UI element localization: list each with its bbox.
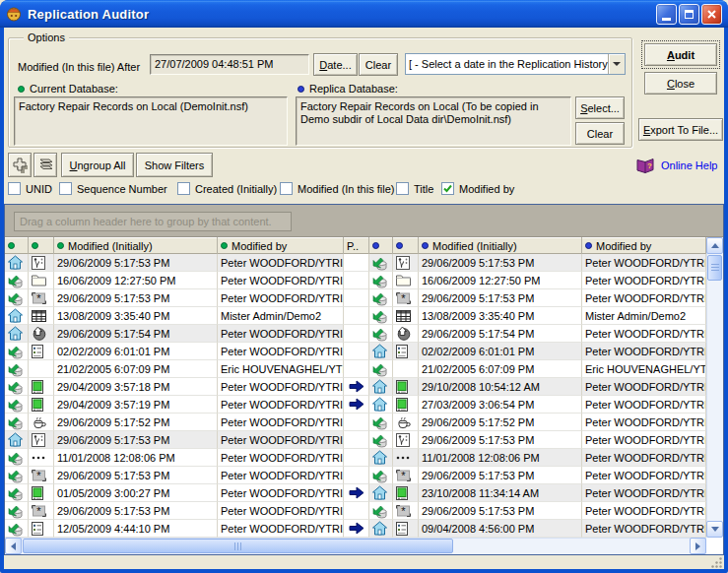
replication-history-dropdown[interactable]: [ - Select a date in the Replication His…: [405, 53, 626, 75]
horizontal-scrollbar[interactable]: [5, 538, 706, 554]
table-row[interactable]: 12/05/2009 4:44:10 PMPeter WOODFORD/YTRI…: [5, 520, 706, 538]
scroll-down-button[interactable]: [706, 521, 723, 538]
cell-db-left: [5, 325, 29, 343]
cell-modified-by-right: Peter WOODFORD/YTRIA: [582, 431, 706, 449]
cell-modified-left: 12/05/2009 4:44:10 PM: [54, 520, 218, 538]
column-header-modified-by[interactable]: Modified by: [218, 237, 344, 254]
cell-modified-left: 29/04/2009 3:57:18 PM: [54, 378, 218, 396]
blue-dot-icon: [422, 242, 429, 249]
filter-checkbox-created-initially-[interactable]: Created (Initially): [177, 182, 277, 195]
column-header-modified-by[interactable]: Modified by: [582, 237, 706, 254]
cell-type-left: *: [29, 502, 54, 520]
checkbox-icon: [396, 182, 409, 195]
scroll-right-button[interactable]: [690, 538, 706, 554]
table-row[interactable]: 02/02/2009 6:01:01 PMPeter WOODFORD/YTRI…: [5, 343, 706, 360]
db-in-icon: [372, 361, 388, 377]
current-database-field[interactable]: Factory Repair Records on Local (DemoIni…: [14, 96, 288, 146]
cell-modified-left: 16/06/2009 12:27:50 PM: [54, 272, 218, 289]
export-to-file-button[interactable]: Export To File...: [638, 118, 723, 141]
table-row[interactable]: *29/06/2009 5:17:53 PMPeter WOODFORD/YTR…: [5, 467, 706, 484]
db-in-icon: [8, 273, 24, 288]
vertical-scrollbar[interactable]: [706, 237, 723, 538]
doc-green-icon: [396, 380, 408, 394]
group-by-bar[interactable]: Drag a column header here to group by th…: [5, 205, 723, 237]
resize-grip[interactable]: [710, 556, 723, 571]
cell-push: [344, 431, 369, 449]
column-header-modified-initially-[interactable]: Modified (Initially): [419, 237, 582, 254]
table-row[interactable]: *29/06/2009 5:17:53 PMPeter WOODFORD/YTR…: [5, 289, 706, 307]
table-row[interactable]: 21/02/2005 6:07:09 PMEric HOUVENAGHEL/YT…: [5, 360, 706, 378]
layers-tool-button[interactable]: [33, 153, 57, 177]
column-header-p-[interactable]: P..: [344, 237, 369, 254]
cell-modified-by-right: Peter WOODFORD/YTRIA: [582, 396, 706, 414]
table-row[interactable]: 29/04/2009 3:57:19 PMPeter WOODFORD/YTRI…: [5, 396, 706, 414]
doc-list-icon: [396, 522, 408, 536]
cell-type-left: [29, 414, 54, 431]
table-row[interactable]: 16/06/2009 12:27:50 PMPeter WOODFORD/YTR…: [5, 272, 706, 289]
column-header-label: Modified by: [596, 240, 651, 252]
cell-modified-left: 13/08/2009 3:35:40 PM: [54, 307, 218, 325]
date-button[interactable]: Date...: [313, 53, 358, 76]
replica-database-field[interactable]: Factory Repair Records on Local (To be c…: [296, 96, 571, 146]
cell-db-right: [369, 449, 393, 467]
svg-text:?: ?: [647, 161, 652, 170]
filter-checkbox-label: Modified (In this file): [298, 183, 394, 195]
folder-icon: [32, 274, 46, 286]
cell-type-left: *: [29, 467, 54, 484]
cell-type-left: [29, 396, 54, 414]
column-header-icon[interactable]: [393, 237, 419, 254]
table-row[interactable]: 13/08/2009 3:35:40 PMMister Admin/Demo21…: [5, 307, 706, 325]
modified-after-field[interactable]: 27/07/2009 04:48:51 PM: [150, 54, 309, 75]
table-row[interactable]: 11/01/2008 12:08:06 PMPeter WOODFORD/YTR…: [5, 449, 706, 467]
audit-button[interactable]: Audit: [644, 43, 717, 66]
table-row[interactable]: 29/04/2009 3:57:18 PMPeter WOODFORD/YTRI…: [5, 378, 706, 396]
filter-checkbox-modified-by[interactable]: Modified by: [441, 182, 514, 195]
cell-type-right: [393, 431, 419, 449]
ungroup-all-button[interactable]: Ungroup All: [61, 153, 134, 177]
cell-modified-by-left: Peter WOODFORD/YTRIA: [218, 396, 344, 414]
table-row[interactable]: 29/06/2009 5:17:53 PMPeter WOODFORD/YTRI…: [5, 431, 706, 449]
cell-modified-by-right: Peter WOODFORD/YTRIA: [582, 467, 706, 484]
table-row[interactable]: 29/06/2009 5:17:53 PMPeter WOODFORD/YTRI…: [5, 254, 706, 272]
maximize-button[interactable]: [679, 4, 699, 25]
clear-date-button[interactable]: Clear: [359, 53, 398, 76]
select-replica-button[interactable]: Select...: [575, 96, 625, 119]
svg-text:*: *: [36, 292, 41, 304]
table-row[interactable]: 29/06/2009 5:17:54 PMPeter WOODFORD/YTRI…: [5, 325, 706, 343]
vertical-scroll-thumb[interactable]: [707, 255, 722, 281]
table-row[interactable]: 01/05/2009 3:00:27 PMPeter WOODFORD/YTRI…: [5, 484, 706, 502]
online-help-link[interactable]: ? Online Help: [634, 156, 717, 175]
column-header-icon[interactable]: [5, 237, 29, 254]
clear-replica-button[interactable]: Clear: [575, 122, 625, 145]
close-window-button[interactable]: [701, 4, 722, 25]
cell-push: [344, 378, 369, 396]
cell-push: [344, 325, 369, 343]
filter-checkbox-label: Created (Initially): [195, 183, 277, 195]
filter-checkbox-title[interactable]: Title: [396, 182, 433, 195]
scroll-up-button[interactable]: [706, 237, 723, 254]
cell-modified-by-right: Eric HOUVENAGHEL/YTRIA: [582, 360, 706, 378]
thumb-grip-icon: [234, 542, 242, 550]
filter-checkbox-unid[interactable]: UNID: [8, 182, 52, 195]
add-tool-button[interactable]: [8, 153, 32, 177]
dropdown-arrow-button[interactable]: [608, 54, 625, 74]
scroll-left-button[interactable]: [5, 538, 22, 554]
table-row[interactable]: *29/06/2009 5:17:53 PMPeter WOODFORD/YTR…: [5, 502, 706, 520]
filter-checkbox-modified-in-this-file-[interactable]: Modified (In this file): [280, 182, 394, 195]
table-row[interactable]: 29/06/2009 5:17:52 PMPeter WOODFORD/YTRI…: [5, 414, 706, 431]
column-header-modified-initially-[interactable]: Modified (Initially): [54, 237, 218, 254]
filter-checkbox-sequence-number[interactable]: Sequence Number: [59, 182, 167, 195]
minimize-button[interactable]: [656, 4, 677, 25]
blue-dot-icon: [298, 86, 304, 93]
replication-auditor-window: Replication Auditor Options Modified (In…: [0, 0, 728, 573]
column-header-icon[interactable]: [369, 237, 393, 254]
cell-modified-left: 29/06/2009 5:17:54 PM: [54, 325, 218, 343]
cell-db-right: [369, 520, 393, 538]
column-header-icon[interactable]: [29, 237, 54, 254]
horizontal-scroll-thumb[interactable]: [23, 539, 453, 553]
db-in-icon: [8, 397, 24, 413]
show-filters-button[interactable]: Show Filters: [136, 153, 213, 177]
cell-push: [344, 484, 369, 502]
close-button[interactable]: Close: [644, 72, 717, 95]
design-icon: [396, 256, 410, 270]
